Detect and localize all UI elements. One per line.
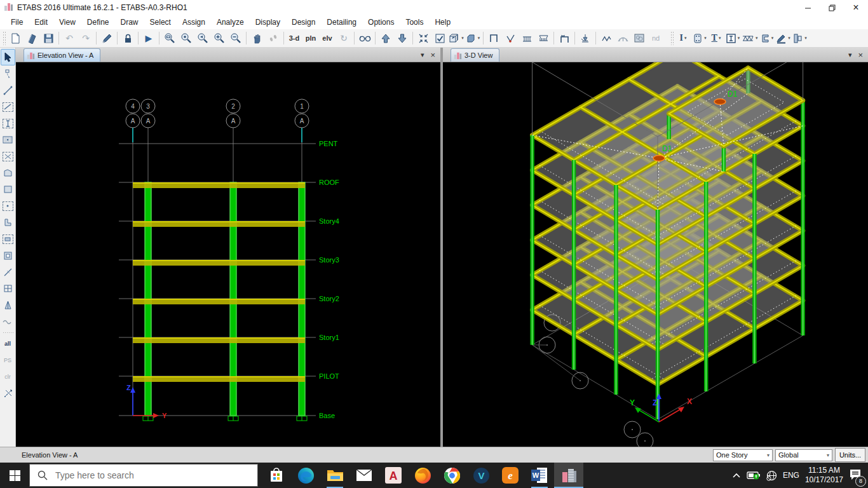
dropdown-arrow[interactable]: ▾ (704, 36, 707, 41)
menu-analyze[interactable]: Analyze (211, 16, 250, 29)
quick-draw-braces-button[interactable] (1, 148, 15, 165)
units-button[interactable]: Units... (835, 448, 865, 462)
dropdown-arrow[interactable]: ▾ (719, 36, 721, 41)
dropdown-arrow[interactable]: ▾ (804, 36, 807, 41)
dropdown-arrow[interactable]: ▾ (478, 36, 480, 41)
taskbar-e-app[interactable]: e (496, 463, 525, 488)
draw-spandrel-button[interactable] (1, 313, 15, 330)
object-view-button[interactable]: ▾ (449, 30, 464, 46)
3d-view-button[interactable]: 3-d (287, 30, 302, 46)
taskbar-word[interactable]: W (525, 463, 554, 488)
quick-draw-wall-button[interactable] (1, 231, 15, 247)
taskbar-mail[interactable] (349, 463, 379, 488)
taskbar-etabs[interactable] (554, 463, 583, 488)
taskbar-chrome[interactable] (437, 463, 466, 488)
new-model-button[interactable] (8, 30, 23, 46)
action-center-button[interactable]: 8 (849, 468, 862, 483)
toolbar-grip[interactable] (670, 31, 674, 45)
menu-display[interactable]: Display (250, 16, 286, 29)
invert-selection-button[interactable] (1, 385, 15, 402)
panel-close-button[interactable]: × (430, 51, 435, 59)
measure-steps-button[interactable] (266, 30, 281, 46)
rotate-3d-button[interactable]: ↻ (336, 30, 351, 46)
draw-ramp-button[interactable] (1, 297, 15, 313)
taskbar-edge[interactable] (291, 463, 320, 488)
taskbar-firefox[interactable] (408, 463, 437, 488)
menu-design[interactable]: Design (286, 16, 321, 29)
previous-zoom-button[interactable] (195, 30, 210, 46)
quick-draw-beams-button[interactable] (1, 132, 15, 148)
bridge-wizard-button[interactable] (615, 30, 630, 46)
dropdown-arrow[interactable]: ▾ (738, 36, 740, 41)
snap-points-button[interactable] (503, 30, 518, 46)
dropdown-arrow[interactable]: ▾ (788, 36, 790, 41)
tray-chevron-icon[interactable] (732, 472, 741, 478)
tab-elevation-view[interactable]: Elevation View - A (24, 48, 100, 62)
truss-section-button[interactable]: ▾ (742, 30, 758, 46)
start-button[interactable] (0, 463, 29, 488)
story-mode-dropdown[interactable]: One Story▾ (713, 449, 773, 461)
draw-properties-button[interactable]: ▾ (776, 30, 791, 46)
lock-model-button[interactable] (120, 30, 135, 46)
draw-joint-button[interactable] (1, 82, 15, 98)
pan-button[interactable] (249, 30, 264, 46)
panel-dropdown-button[interactable]: ▾ (848, 51, 852, 58)
menu-options[interactable]: Options (362, 16, 400, 29)
channel-section-button[interactable]: ▾ (759, 30, 775, 46)
draw-frame-button[interactable] (486, 30, 501, 46)
restore-button[interactable] (820, 0, 844, 15)
boxed-i-section-button[interactable]: ▾ (725, 30, 740, 46)
dropdown-arrow[interactable]: ▾ (771, 36, 774, 41)
language-indicator[interactable]: ENG (783, 471, 799, 480)
frame-spans-button[interactable] (557, 30, 572, 46)
view-options-button[interactable] (357, 30, 372, 46)
move-down-story-button[interactable] (395, 30, 410, 46)
taskbar-autocad[interactable]: A (379, 463, 408, 488)
menu-view[interactable]: View (53, 16, 81, 29)
menu-draw[interactable]: Draw (115, 16, 144, 29)
menu-define[interactable]: Define (81, 16, 115, 29)
shrink-objects-button[interactable] (416, 30, 431, 46)
edit-button[interactable] (99, 30, 114, 46)
menu-tools[interactable]: Tools (400, 16, 429, 29)
zoom-in-button[interactable] (212, 30, 227, 46)
menu-file[interactable]: File (5, 16, 29, 29)
move-up-story-button[interactable] (378, 30, 393, 46)
zoom-out-button[interactable] (228, 30, 243, 46)
menu-edit[interactable]: Edit (29, 16, 53, 29)
coord-system-dropdown[interactable]: Global▾ (775, 449, 832, 461)
redo-button[interactable]: ↷ (78, 30, 93, 46)
network-globe-icon[interactable] (766, 470, 777, 481)
run-analysis-button[interactable]: ▶ (141, 30, 156, 46)
save-model-button[interactable] (41, 30, 56, 46)
draw-door-window-button[interactable] (1, 247, 15, 264)
threed-canvas[interactable]: D1 D1 Z X Y (443, 62, 868, 447)
lateral-load-button[interactable] (599, 30, 614, 46)
clock[interactable]: 11:15 AM 10/17/2017 (805, 466, 843, 485)
menu-help[interactable]: Help (429, 16, 456, 29)
draw-poly-area-button[interactable] (1, 165, 15, 181)
i-section-properties-button[interactable]: I▾ (675, 30, 691, 46)
taskbar-store[interactable] (262, 463, 291, 488)
nd-button[interactable]: nd (648, 30, 663, 46)
column-section-button[interactable]: ▾ (692, 30, 707, 46)
taskbar-search[interactable] (29, 464, 258, 487)
battery-icon[interactable] (747, 471, 761, 480)
reshape-object-button[interactable] (1, 65, 15, 82)
dropdown-arrow[interactable]: ▾ (756, 36, 758, 41)
dropdown-arrow[interactable]: ▾ (684, 36, 687, 41)
shaded-view-button[interactable]: ▾ (465, 30, 480, 46)
wall-section-button[interactable]: ▾ (792, 30, 808, 46)
draw-frame-object-button[interactable] (1, 98, 15, 115)
search-input[interactable] (54, 470, 241, 481)
elevation-canvas[interactable]: 4 3 2 1 A A A A PENT ROOF Story4 Story3 … (16, 62, 440, 447)
close-button[interactable]: × (844, 0, 868, 15)
minimize-button[interactable] (796, 0, 820, 15)
panel-dropdown-button[interactable]: ▾ (421, 51, 424, 58)
menu-detailing[interactable]: Detailing (321, 16, 362, 29)
clear-selection-button[interactable]: clr (1, 369, 15, 385)
toolbar-grip[interactable] (3, 31, 6, 45)
select-all-button[interactable]: all (1, 336, 15, 352)
taskbar-explorer[interactable] (320, 463, 349, 488)
draw-floor-ribs-button[interactable] (536, 30, 551, 46)
